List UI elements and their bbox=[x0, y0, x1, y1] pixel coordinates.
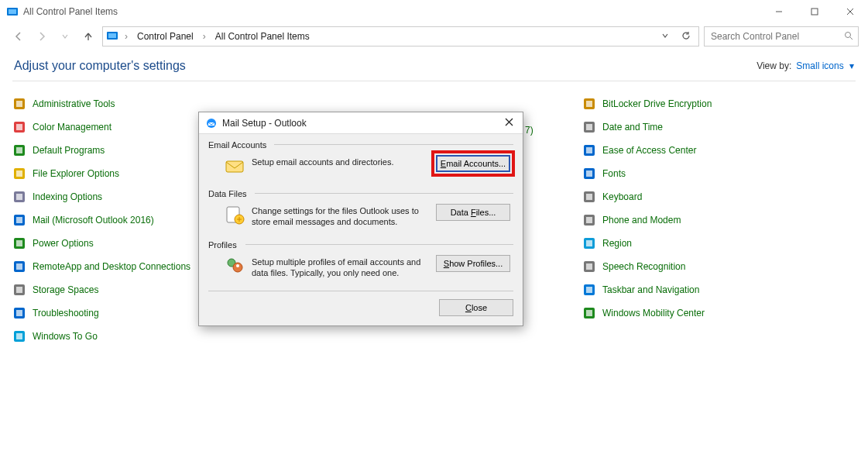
item-label: Power Options bbox=[33, 238, 94, 249]
breadcrumb-item[interactable]: All Control Panel Items bbox=[212, 31, 313, 42]
dialog-close-button[interactable] bbox=[502, 116, 516, 129]
search-box[interactable] bbox=[704, 26, 859, 46]
profiles-icon bbox=[224, 255, 245, 277]
dialog-titlebar[interactable]: Mail Setup - Outlook bbox=[199, 112, 523, 134]
item-label: Administrative Tools bbox=[33, 98, 115, 109]
keyboard-icon bbox=[582, 190, 596, 204]
control-panel-item[interactable]: Ease of Access Center bbox=[582, 142, 861, 159]
divider bbox=[208, 291, 513, 291]
svg-rect-35 bbox=[586, 124, 592, 130]
troubleshoot-icon bbox=[12, 306, 26, 320]
remoteapp-icon bbox=[12, 260, 26, 274]
item-label: RemoteApp and Desktop Connections bbox=[33, 261, 190, 272]
window-title: All Control Panel Items bbox=[23, 6, 761, 17]
svg-rect-27 bbox=[16, 287, 22, 293]
window-titlebar: All Control Panel Items bbox=[0, 0, 868, 23]
svg-rect-1 bbox=[9, 9, 16, 14]
email-accounts-button[interactable]: Email Accounts... bbox=[436, 155, 510, 172]
address-bar[interactable]: › Control Panel › All Control Panel Item… bbox=[102, 26, 699, 46]
index-icon bbox=[12, 190, 26, 204]
region-icon bbox=[582, 236, 596, 250]
folder-options-icon bbox=[12, 167, 26, 181]
color-icon bbox=[12, 120, 26, 134]
item-label: Troubleshooting bbox=[33, 308, 99, 319]
power-icon bbox=[12, 236, 26, 250]
svg-rect-55 bbox=[226, 161, 243, 172]
breadcrumb-item[interactable]: Control Panel bbox=[134, 31, 197, 42]
mobility-icon bbox=[582, 306, 596, 320]
item-label: Fonts bbox=[602, 168, 626, 179]
refresh-button[interactable] bbox=[677, 31, 695, 43]
svg-rect-29 bbox=[16, 310, 22, 316]
item-label: Date and Time bbox=[602, 122, 663, 133]
svg-rect-37 bbox=[586, 147, 592, 153]
up-button[interactable] bbox=[79, 27, 98, 46]
svg-rect-25 bbox=[16, 263, 22, 270]
mail-icon bbox=[205, 117, 218, 129]
section-legend: Email Accounts bbox=[208, 140, 513, 150]
svg-rect-13 bbox=[16, 124, 22, 130]
data-files-button[interactable]: Data Files... bbox=[436, 204, 510, 221]
search-input[interactable] bbox=[709, 30, 844, 43]
section-legend: Profiles bbox=[208, 240, 513, 250]
close-button[interactable] bbox=[832, 0, 868, 23]
svg-rect-51 bbox=[586, 310, 592, 316]
viewby-dropdown[interactable]: Small icons ▾ bbox=[796, 60, 854, 71]
close-dialog-button[interactable]: Close bbox=[439, 299, 513, 316]
list-item-fragment: 7) bbox=[525, 125, 533, 136]
item-label: Indexing Options bbox=[33, 191, 102, 202]
svg-rect-7 bbox=[108, 33, 116, 38]
control-panel-item[interactable]: Region bbox=[582, 235, 861, 252]
viewby-label: View by: bbox=[756, 60, 791, 71]
svg-rect-31 bbox=[16, 333, 22, 339]
recent-dropdown[interactable] bbox=[56, 27, 74, 46]
svg-rect-19 bbox=[16, 194, 22, 200]
control-panel-item[interactable]: Windows Mobility Center bbox=[582, 305, 861, 322]
ease-icon bbox=[582, 143, 596, 157]
svg-point-60 bbox=[236, 264, 239, 267]
fonts-icon bbox=[582, 167, 596, 181]
control-panel-item[interactable]: Speech Recognition bbox=[582, 258, 861, 275]
svg-rect-15 bbox=[16, 147, 22, 153]
item-label: Windows Mobility Center bbox=[602, 308, 705, 319]
dialog-title: Mail Setup - Outlook bbox=[222, 118, 502, 129]
item-label: File Explorer Options bbox=[33, 168, 119, 179]
svg-point-8 bbox=[846, 32, 851, 37]
item-label: Mail (Microsoft Outlook 2016) bbox=[33, 215, 154, 226]
control-panel-item[interactable]: Taskbar and Navigation bbox=[582, 281, 861, 298]
control-panel-item[interactable]: Keyboard bbox=[582, 188, 861, 205]
section-legend: Data Files bbox=[208, 189, 513, 199]
forward-button[interactable] bbox=[33, 27, 51, 46]
item-label: Speech Recognition bbox=[602, 261, 685, 272]
data-files-section: Data Files Change settings for the files… bbox=[208, 189, 513, 232]
minimize-button[interactable] bbox=[761, 0, 797, 23]
show-profiles-button[interactable]: Show Profiles... bbox=[436, 255, 510, 272]
item-label: Storage Spaces bbox=[33, 284, 98, 295]
item-label: Keyboard bbox=[602, 191, 642, 202]
control-panel-item[interactable]: Windows To Go bbox=[12, 328, 291, 345]
tools-icon bbox=[12, 97, 26, 111]
svg-rect-33 bbox=[586, 101, 592, 107]
back-button[interactable] bbox=[9, 27, 28, 46]
item-label: Taskbar and Navigation bbox=[602, 284, 699, 295]
page-title: Adjust your computer's settings bbox=[14, 59, 756, 73]
page-header: Adjust your computer's settings View by:… bbox=[0, 50, 868, 81]
control-panel-item[interactable]: Administrative Tools bbox=[12, 95, 291, 112]
items-column-right: BitLocker Drive EncryptionDate and TimeE… bbox=[582, 95, 861, 345]
item-label: Phone and Modem bbox=[602, 215, 681, 226]
programs-icon bbox=[12, 143, 26, 157]
control-panel-icon bbox=[106, 29, 118, 44]
control-panel-item[interactable]: Fonts bbox=[582, 165, 861, 182]
item-label: Ease of Access Center bbox=[602, 145, 696, 156]
address-dropdown[interactable] bbox=[657, 31, 674, 42]
svg-rect-23 bbox=[16, 240, 22, 246]
profiles-section: Profiles Setup multiple profiles of emai… bbox=[208, 240, 513, 284]
section-text: Setup email accounts and directories. bbox=[252, 155, 430, 167]
control-panel-item[interactable]: Phone and Modem bbox=[582, 212, 861, 229]
maximize-button[interactable] bbox=[797, 0, 832, 23]
control-panel-item[interactable]: BitLocker Drive Encryption bbox=[582, 95, 861, 112]
clock-icon bbox=[582, 120, 596, 134]
control-panel-item[interactable]: Date and Time bbox=[582, 119, 861, 136]
control-panel-icon bbox=[6, 5, 19, 18]
svg-rect-3 bbox=[811, 9, 818, 15]
